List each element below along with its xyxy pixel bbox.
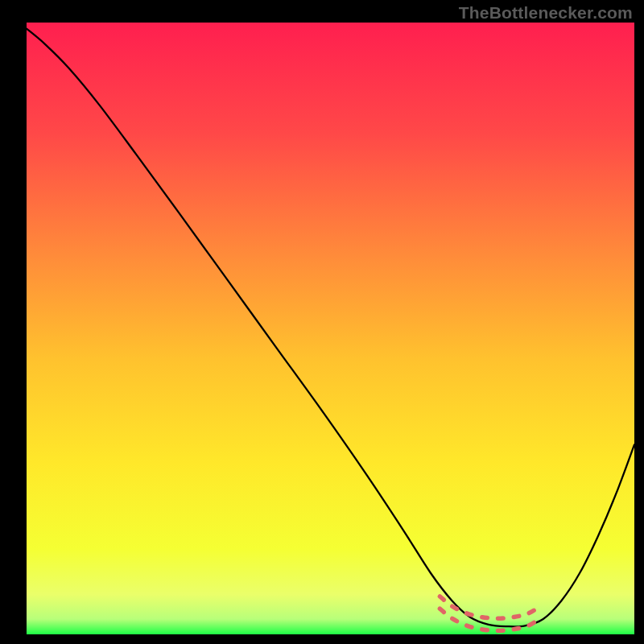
bottleneck-chart — [0, 0, 644, 644]
gradient-background — [27, 23, 634, 634]
attribution-label: TheBottlenecker.com — [459, 3, 633, 23]
chart-frame: TheBottlenecker.com — [0, 0, 644, 644]
